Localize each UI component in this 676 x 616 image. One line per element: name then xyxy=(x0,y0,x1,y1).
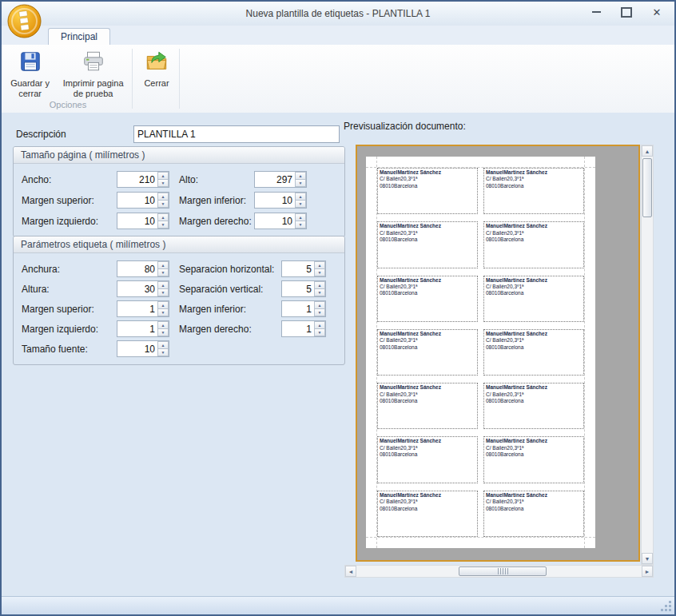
descripcion-label: Descripción xyxy=(16,129,133,140)
ribbon: Guardar y cerrar Imprimir pagina d xyxy=(2,45,674,113)
scroll-left-icon[interactable]: ◄ xyxy=(345,566,356,577)
label-cell: ManuelMartínez SánchezC/ Bailén20,3º1ª08… xyxy=(377,491,478,537)
label-margen-superior-input[interactable] xyxy=(117,301,157,316)
label-margen-izquierdo-input[interactable] xyxy=(117,321,157,336)
app-icon[interactable] xyxy=(7,4,42,38)
label-cell: ManuelMartínez SánchezC/ Bailén20,3º1ª08… xyxy=(483,383,584,429)
spin-down-icon[interactable]: ▼ xyxy=(157,200,169,208)
page-margen-inferior-input[interactable] xyxy=(255,193,295,208)
spin-up-icon[interactable]: ▲ xyxy=(295,193,306,200)
page-alto-input[interactable] xyxy=(255,172,295,187)
label-separacion-horizontal-spinner: ▲▼ xyxy=(281,260,326,277)
page-margen-superior-spinner: ▲▼ xyxy=(117,192,169,209)
spin-up-icon[interactable]: ▲ xyxy=(314,281,325,288)
close-button[interactable]: ✕ xyxy=(647,3,666,21)
spin-up-icon[interactable]: ▲ xyxy=(157,213,169,221)
label-cell: ManuelMartínez SánchezC/ Bailén20,3º1ª08… xyxy=(483,436,584,483)
spin-down-icon[interactable]: ▼ xyxy=(157,328,169,336)
print-test-page-button[interactable]: Imprimir pagina de prueba xyxy=(55,46,131,102)
label-separacion-vertical-spinner: ▲▼ xyxy=(281,280,326,297)
margin-guide xyxy=(584,157,585,548)
spin-down-icon[interactable]: ▼ xyxy=(157,268,169,276)
label-altura-input[interactable] xyxy=(117,281,157,296)
page-margen-izquierdo-label: Margen izquierdo: xyxy=(22,216,117,227)
descripcion-row: Descripción xyxy=(16,125,340,143)
label-cell: ManuelMartínez SánchezC/ Bailén20,3º1ª08… xyxy=(483,491,584,537)
spin-up-icon[interactable]: ▲ xyxy=(314,321,325,328)
page-ancho-spinner: ▲▼ xyxy=(117,171,169,188)
margin-guide xyxy=(366,537,595,538)
label-cell: ManuelMartínez SánchezC/ Bailén20,3º1ª08… xyxy=(377,221,478,268)
spin-down-icon[interactable]: ▼ xyxy=(157,288,169,296)
spin-down-icon[interactable]: ▼ xyxy=(314,328,325,336)
label-anchura-input[interactable] xyxy=(117,261,157,276)
preview-horizontal-scrollbar[interactable]: ◄ ► xyxy=(344,565,654,578)
spin-down-icon[interactable]: ▼ xyxy=(314,288,325,296)
preview-vertical-scrollbar[interactable]: ▲ ▼ xyxy=(641,145,654,565)
descripcion-input[interactable] xyxy=(133,125,340,143)
page-margen-izquierdo-input[interactable] xyxy=(117,213,157,229)
tab-principal[interactable]: Principal xyxy=(48,28,110,46)
spin-up-icon[interactable]: ▲ xyxy=(295,172,306,179)
save-and-close-button[interactable]: Guardar y cerrar xyxy=(5,46,55,102)
spin-up-icon[interactable]: ▲ xyxy=(295,213,306,221)
label-margen-inferior-spinner: ▲▼ xyxy=(281,300,326,317)
label-separacion-vertical-input[interactable] xyxy=(282,281,314,296)
preview-title: Previsualización documento: xyxy=(344,121,466,132)
spin-up-icon[interactable]: ▲ xyxy=(157,281,169,288)
vertical-scroll-track[interactable] xyxy=(642,157,653,553)
maximize-button[interactable] xyxy=(617,3,636,21)
resize-grip[interactable] xyxy=(661,601,671,611)
label-tamano-fuente-input[interactable] xyxy=(117,341,157,356)
scroll-right-icon[interactable]: ► xyxy=(642,566,653,577)
page-margen-derecho-label: Margen derecho: xyxy=(169,216,254,227)
status-bar xyxy=(2,596,674,614)
spin-down-icon[interactable]: ▼ xyxy=(295,221,306,229)
label-params-group: Parámetros etiqueta ( milímetros ) Anchu… xyxy=(13,236,345,365)
close-icon: ✕ xyxy=(653,7,662,18)
label-anchura-label: Anchura: xyxy=(22,264,117,275)
horizontal-scroll-track[interactable] xyxy=(356,566,642,577)
spin-down-icon[interactable]: ▼ xyxy=(295,179,306,187)
spin-down-icon[interactable]: ▼ xyxy=(157,308,169,316)
spin-up-icon[interactable]: ▲ xyxy=(314,301,325,308)
label-margen-inferior-input[interactable] xyxy=(282,301,314,316)
page-margen-superior-input[interactable] xyxy=(117,193,157,208)
spin-up-icon[interactable]: ▲ xyxy=(157,172,169,179)
minimize-button[interactable] xyxy=(587,3,606,21)
spin-down-icon[interactable]: ▼ xyxy=(314,268,325,276)
label-cell: ManuelMartínez SánchezC/ Bailén20,3º1ª08… xyxy=(377,276,478,322)
spin-up-icon[interactable]: ▲ xyxy=(314,261,325,268)
spin-up-icon[interactable]: ▲ xyxy=(157,341,169,348)
exit-folder-icon xyxy=(145,50,169,76)
page-alto-label: Alto: xyxy=(169,174,254,185)
page-margen-derecho-input[interactable] xyxy=(255,213,295,229)
label-cell: ManuelMartínez SánchezC/ Bailén20,3º1ª08… xyxy=(377,383,478,429)
scroll-up-icon[interactable]: ▲ xyxy=(642,145,653,157)
spin-up-icon[interactable]: ▲ xyxy=(157,261,169,268)
spin-down-icon[interactable]: ▼ xyxy=(314,308,325,316)
label-margen-superior-spinner: ▲▼ xyxy=(117,300,169,317)
main-content: Descripción Tamaño página ( milímetros )… xyxy=(2,113,674,596)
label-margen-derecho-input[interactable] xyxy=(282,321,314,336)
page-ancho-input[interactable] xyxy=(117,172,157,187)
label-separacion-horizontal-input[interactable] xyxy=(282,261,314,276)
label-cell: ManuelMartínez SánchezC/ Bailén20,3º1ª08… xyxy=(377,436,478,483)
cerrar-button[interactable]: Cerrar xyxy=(135,46,178,91)
spin-down-icon[interactable]: ▼ xyxy=(157,221,169,229)
page-margen-derecho-spinner: ▲▼ xyxy=(254,213,307,229)
spin-up-icon[interactable]: ▲ xyxy=(157,301,169,308)
spin-down-icon[interactable]: ▼ xyxy=(157,179,169,187)
scroll-down-icon[interactable]: ▼ xyxy=(642,553,653,564)
ribbon-tab-row: Principal xyxy=(2,26,674,45)
page-margen-inferior-label: Margen inferior: xyxy=(169,195,254,206)
spin-up-icon[interactable]: ▲ xyxy=(157,193,169,200)
horizontal-scroll-thumb[interactable] xyxy=(459,566,547,576)
spin-down-icon[interactable]: ▼ xyxy=(295,200,306,208)
spin-down-icon[interactable]: ▼ xyxy=(157,348,169,356)
save-and-close-label: Guardar y cerrar xyxy=(7,78,53,99)
label-cell: ManuelMartínez SánchezC/ Bailén20,3º1ª08… xyxy=(483,329,584,376)
spin-up-icon[interactable]: ▲ xyxy=(157,321,169,328)
label-separacion-vertical-label: Separación vertical: xyxy=(169,284,281,295)
vertical-scroll-thumb[interactable] xyxy=(642,158,652,217)
